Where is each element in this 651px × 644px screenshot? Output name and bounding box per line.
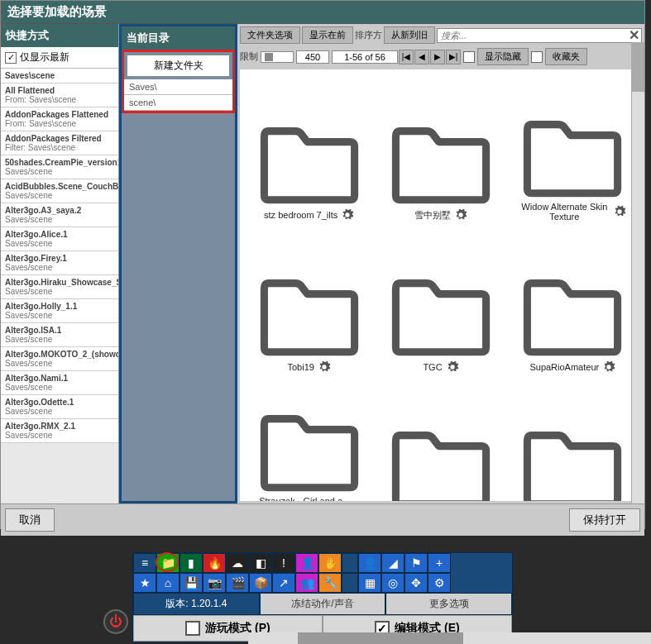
panel-info-row: 版本: 1.20.1.4 冻结动作/声音 更多选项 (133, 593, 512, 615)
shortcut-item[interactable]: All FlattenedFrom: Saves\scene (1, 83, 118, 107)
scene-grid[interactable]: stz bedroom 7_ilts 雪中别墅 Widow Alternate … (240, 69, 642, 501)
cancel-button[interactable]: 取消 (5, 508, 55, 532)
limit-value[interactable]: 450 (296, 50, 329, 64)
scene-folder-item[interactable]: stz bedroom 7_ilts (245, 74, 373, 223)
folder-label: SupaRioAmateur (529, 362, 599, 372)
folder-label: Widow Alternate Skin Texture (519, 202, 610, 222)
shortcuts-panel: 快捷方式 ✓ 仅显示最新 Saves\sceneAll FlattenedFro… (1, 24, 119, 503)
gear-icon[interactable] (613, 205, 626, 218)
limit-slider[interactable] (261, 51, 294, 63)
pager-last-icon[interactable]: ▶| (446, 50, 461, 64)
more-options-button[interactable]: 更多选项 (385, 593, 512, 615)
show-front-button[interactable]: 显示在前 (302, 26, 353, 44)
shortcut-item[interactable]: AddonPackages FilteredFilter: Saves\scen… (1, 131, 118, 155)
gear-icon[interactable] (446, 360, 459, 374)
gear-icon[interactable] (454, 208, 467, 222)
new-folder-button[interactable]: 新建文件夹 (127, 55, 230, 77)
play-mode-checkbox[interactable] (185, 621, 200, 636)
plus-icon[interactable]: + (428, 553, 451, 573)
shortcut-item[interactable]: Alter3go.Alice.1Saves/scene (1, 227, 118, 251)
shortcut-item[interactable]: AddonPackages FlattenedFrom: Saves\scene (1, 107, 118, 131)
folder-icon[interactable]: ▮ (180, 553, 203, 573)
favorites-checkbox[interactable] (531, 51, 543, 63)
limit-label: 限制 (240, 50, 258, 63)
shortcut-item[interactable]: AcidBubbles.Scene_CouchBlow.1Saves/scene (1, 179, 118, 203)
sort-order-button[interactable]: 从新到旧 (384, 26, 435, 44)
cloud-icon[interactable]: ☁ (226, 553, 249, 573)
gear-icon[interactable] (318, 360, 331, 374)
pager-next-icon[interactable]: ▶ (430, 50, 445, 64)
folder-icon (387, 420, 495, 501)
shortcut-item[interactable]: Alter3go.MOKOTO_2_(showcase).1Saves/scen… (1, 347, 118, 371)
cube-icon[interactable]: ◧ (249, 553, 272, 573)
save-icon[interactable]: 💾 (180, 573, 203, 593)
info-icon[interactable]: ! (272, 553, 295, 573)
folder-label: 雪中别墅 (414, 209, 451, 222)
gear-icon[interactable] (602, 360, 615, 374)
person2-icon[interactable]: 👥 (295, 573, 318, 593)
scene-folder-item[interactable]: 雪中别墅 (376, 74, 505, 223)
folder-icon (519, 268, 626, 359)
move-icon[interactable]: ✥ (404, 573, 428, 593)
user-icon[interactable]: 👤 (358, 553, 381, 573)
folder-label: TGC (423, 362, 442, 372)
star-icon[interactable]: ★ (133, 573, 156, 593)
dialog-bottom-bar: 取消 保持打开 (1, 503, 644, 536)
unity-icon[interactable]: ◢ (381, 553, 404, 573)
keep-open-button[interactable]: 保持打开 (569, 508, 640, 532)
shortcut-item[interactable]: Alter3go.A3_saya.2Saves/scene (1, 203, 118, 227)
show-hidden-button[interactable]: 显示隐藏 (477, 48, 529, 65)
clear-search-icon[interactable]: ✕ (629, 27, 639, 43)
shortcut-item[interactable]: Saves\scene (1, 69, 118, 83)
shortcut-item[interactable]: 50shades.CreamPie_version1.2Saves/scene (1, 155, 118, 179)
freeze-button[interactable]: 冻结动作/声音 (260, 593, 386, 615)
scene-folder-item[interactable]: Room (509, 379, 637, 501)
scene-folder-item[interactable]: Widow Alternate Skin Texture (509, 74, 637, 223)
toolbar-row2: 限制 450 1-56 of 56 |◀ ◀ ▶ ▶| 显示隐藏 收藏夹 (237, 46, 644, 67)
gear-icon[interactable]: ⚙ (428, 573, 451, 593)
wrench-icon[interactable]: 🔧 (318, 573, 342, 593)
scene-folder-item[interactable]: Strauzek - Girl and a big dildo (cycle f… (245, 379, 373, 501)
pager-first-icon[interactable]: |◀ (399, 50, 414, 64)
scene-folder-item[interactable]: Tobi19 (245, 227, 373, 375)
panel-icon-row-2: ★ ⌂ 💾 📷 🎬 📦 ↗ 👥 🔧 ▦ ◎ ✥ ⚙ (133, 573, 512, 593)
pager-prev-icon[interactable]: ◀ (414, 50, 429, 64)
shortcut-item[interactable]: Alter3go.RMX_2.1Saves/scene (1, 419, 118, 443)
film-icon[interactable]: 🎬 (226, 573, 249, 593)
checkbox-icon[interactable]: ✓ (5, 52, 17, 64)
box-icon[interactable]: 📦 (249, 573, 272, 593)
hand-icon[interactable]: ✋ (318, 553, 342, 573)
gear-icon[interactable] (341, 208, 354, 222)
search-input[interactable] (437, 28, 642, 43)
content-scrollbar[interactable] (631, 42, 644, 503)
open-icon[interactable]: 📁 (156, 553, 180, 573)
shortcut-item[interactable]: Alter3go.Nami.1Saves/scene (1, 371, 118, 395)
scene-folder-item[interactable]: TGC (376, 227, 505, 375)
export-icon[interactable]: ↗ (272, 573, 295, 593)
grid-icon[interactable]: ▦ (358, 573, 381, 593)
curdir-path-item[interactable]: scene\ (124, 95, 232, 111)
favorites-button[interactable]: 收藏夹 (545, 48, 587, 65)
scene-folder-item[interactable]: SupaRioAmateur (509, 227, 637, 375)
shortcuts-list[interactable]: Saves\sceneAll FlattenedFrom: Saves\scen… (1, 69, 118, 503)
panel-icon-row-1: ≡ 📁 ▮ 🔥 ☁ ◧ ! 👤 ✋ 👤 ◢ ⚑ + (133, 553, 512, 573)
curdir-path-item[interactable]: Saves\ (124, 79, 232, 95)
house-icon[interactable]: ⌂ (156, 573, 180, 593)
shortcut-item[interactable]: Alter3go.Holly_1.1Saves/scene (1, 299, 118, 323)
flame-icon[interactable]: 🔥 (203, 553, 226, 573)
camera-icon[interactable]: 📷 (203, 573, 226, 593)
shortcut-item[interactable]: Alter3go.ISA.1Saves/scene (1, 323, 118, 347)
target-icon[interactable]: ◎ (381, 573, 404, 593)
flag-icon[interactable]: ⚑ (404, 553, 428, 573)
show-latest-checkbox-row[interactable]: ✓ 仅显示最新 (1, 47, 118, 69)
folder-options-button[interactable]: 文件夹选项 (240, 26, 300, 44)
show-hidden-checkbox[interactable] (463, 51, 475, 63)
person-icon[interactable]: 👤 (295, 553, 318, 573)
shortcut-item[interactable]: Alter3go.Firey.1Saves/scene (1, 251, 118, 275)
power-button[interactable]: ⏻ (103, 609, 128, 634)
bottom-scrollbar[interactable] (248, 632, 651, 644)
shortcut-item[interactable]: Alter3go.Hiraku_Showcase_Scene.1Saves/sc… (1, 275, 118, 299)
scene-folder-item[interactable]: rukk (376, 379, 505, 501)
shortcut-item[interactable]: Alter3go.Odette.1Saves/scene (1, 395, 118, 419)
menu-icon[interactable]: ≡ (133, 553, 156, 573)
